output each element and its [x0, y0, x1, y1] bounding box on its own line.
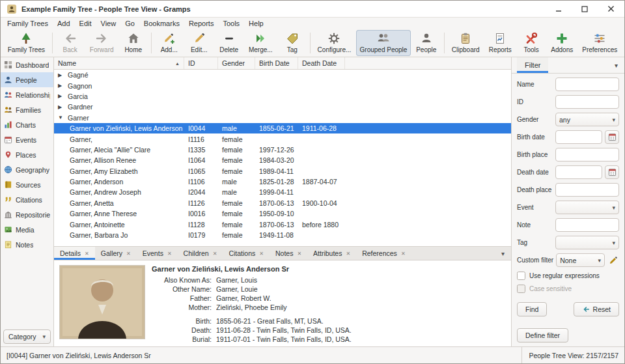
define-filter-button[interactable]: Define filter	[517, 328, 568, 343]
toolbar-forward-button[interactable]: Forward	[86, 30, 118, 56]
category-dropdown[interactable]: Category ▾	[3, 329, 51, 344]
sidebar-item-families[interactable]: Families	[1, 102, 53, 117]
birth-date-filter-input[interactable]	[555, 130, 602, 144]
surname-group-row[interactable]: ▶Gardner	[54, 102, 511, 112]
sidebar-item-people[interactable]: People	[1, 72, 53, 87]
tab-close-icon[interactable]: ✕	[85, 251, 89, 257]
toolbar-configure-button[interactable]: Configure...	[314, 30, 355, 56]
expander-collapsed-icon[interactable]: ▶	[58, 72, 64, 78]
sidebar-item-media[interactable]: Media	[1, 222, 53, 237]
person-row[interactable]: Garner, Anetta I1126 female 1870-06-13 1…	[54, 198, 511, 208]
expander-collapsed-icon[interactable]: ▶	[58, 104, 64, 110]
tab-citations[interactable]: Citations✕	[223, 247, 270, 260]
sidebar-item-charts[interactable]: Charts	[1, 117, 53, 132]
birth-date-calendar-button[interactable]	[605, 130, 619, 144]
surname-group-row[interactable]: ▶Gagné	[54, 70, 511, 80]
sidebar-item-sources[interactable]: Sources	[1, 177, 53, 192]
tab-gallery[interactable]: Gallery✕	[95, 247, 137, 260]
sidebar-item-repositories[interactable]: Repositories	[1, 207, 53, 222]
person-portrait-photo[interactable]	[59, 265, 145, 339]
menu-view[interactable]: View	[96, 19, 121, 28]
tab-attributes[interactable]: Attributes✕	[307, 247, 356, 260]
tab-details[interactable]: Details✕	[54, 247, 95, 260]
sidebar-item-geography[interactable]: Geography	[1, 162, 53, 177]
person-row[interactable]: Garner, Allison Renee I1064 female 1984-…	[54, 155, 511, 165]
menu-go[interactable]: Go	[120, 19, 139, 28]
sidebar-item-places[interactable]: Places	[1, 147, 53, 162]
person-row[interactable]: Garner, Andrew Joseph I2044 male 1999-04…	[54, 187, 511, 197]
toolbar-home-button[interactable]: Home	[119, 30, 148, 56]
tab-close-icon[interactable]: ✕	[213, 251, 217, 257]
toolbar-family-trees-button[interactable]: Family Trees	[4, 30, 49, 56]
menu-family-trees[interactable]: Family Trees	[3, 19, 53, 28]
column-header-gender[interactable]: Gender	[218, 57, 255, 69]
sidebar-item-notes[interactable]: Notes	[1, 237, 53, 252]
case-sensitive-checkbox[interactable]	[517, 285, 525, 293]
tab-children[interactable]: Children✕	[178, 247, 223, 260]
toolbar-tag-button[interactable]: Tag	[278, 30, 307, 56]
tab-close-icon[interactable]: ✕	[259, 251, 264, 257]
menu-edit[interactable]: Edit	[75, 19, 96, 28]
tab-close-icon[interactable]: ✕	[126, 251, 131, 257]
expander-collapsed-icon[interactable]: ▶	[58, 83, 64, 89]
column-header-death-date[interactable]: Death Date	[298, 57, 345, 69]
filter-panel-dropdown[interactable]: ▾	[608, 57, 624, 73]
expander-expanded-icon[interactable]: ▼	[58, 115, 64, 120]
reset-button[interactable]: Reset	[574, 302, 619, 316]
id-filter-input[interactable]	[555, 95, 619, 109]
menu-reports[interactable]: Reports	[184, 19, 219, 28]
sidebar-item-relationships[interactable]: Relationships	[1, 87, 53, 102]
toolbar-preferences-button[interactable]: Preferences	[578, 30, 621, 56]
tab-close-icon[interactable]: ✕	[167, 251, 172, 257]
person-row[interactable]: Garner, Alecia "Allie" Clare I1335 femal…	[54, 145, 511, 155]
tab-events[interactable]: Events✕	[137, 247, 178, 260]
tabs-overflow-button[interactable]: ▾	[495, 247, 511, 260]
event-filter-combo[interactable]: ▾	[555, 201, 619, 214]
person-row[interactable]: Garner von Zieliński, Lewis Anderson Sr …	[54, 123, 511, 133]
death-date-filter-input[interactable]	[555, 165, 602, 179]
tab-references[interactable]: References✕	[356, 247, 411, 260]
find-button[interactable]: Find	[517, 302, 547, 316]
tab-close-icon[interactable]: ✕	[346, 251, 350, 257]
column-header-id[interactable]: ID	[184, 57, 218, 69]
tab-close-icon[interactable]: ✕	[401, 251, 406, 257]
person-row[interactable]: Garner, Amy Elizabeth I1065 female 1989-…	[54, 166, 511, 176]
surname-group-row[interactable]: ▶Gagnon	[54, 80, 511, 91]
person-row[interactable]: Garner, Antoinette I1128 female 1870-06-…	[54, 219, 511, 229]
death-place-filter-input[interactable]	[555, 183, 619, 197]
maximize-button[interactable]	[579, 4, 590, 14]
titlebar[interactable]: Example Family Tree - People Tree View -…	[1, 1, 624, 18]
filter-tab[interactable]: Filter	[517, 57, 548, 73]
close-button[interactable]	[605, 4, 616, 14]
toolbar-tools-button[interactable]: Tools	[517, 30, 546, 56]
minimize-button[interactable]	[553, 4, 564, 14]
column-header-birth-date[interactable]: Birth Date	[255, 57, 298, 69]
surname-group-row[interactable]: ▶Garcia	[54, 91, 511, 102]
death-date-calendar-button[interactable]	[605, 165, 619, 179]
menu-help[interactable]: Help	[244, 19, 268, 28]
tab-notes[interactable]: Notes✕	[270, 247, 307, 260]
sidebar-item-citations[interactable]: Citations	[1, 192, 53, 207]
person-row[interactable]: Garner, Barbara Jo I0179 female 1949-11-…	[54, 230, 511, 240]
sidebar-item-dashboard[interactable]: Dashboard	[1, 57, 53, 72]
sidebar-item-events[interactable]: Events	[1, 132, 53, 147]
menu-tools[interactable]: Tools	[218, 19, 244, 28]
person-row[interactable]: Garner, Anderson I1106 male 1825-01-28 1…	[54, 176, 511, 187]
toolbar-merge-button[interactable]: Merge...	[245, 30, 277, 56]
menu-add[interactable]: Add	[53, 19, 75, 28]
menu-bookmarks[interactable]: Bookmarks	[139, 19, 184, 28]
person-row[interactable]: Garner, I1116 female	[54, 133, 511, 144]
toolbar-reports-button[interactable]: Reports	[485, 30, 516, 56]
column-header-name[interactable]: Name ▲	[54, 57, 184, 69]
toolbar-add-button[interactable]: Add...	[155, 30, 184, 56]
tab-close-icon[interactable]: ✕	[297, 251, 301, 257]
custom-filter-combo[interactable]: None ▾	[556, 253, 605, 267]
toolbar-addons-button[interactable]: Addons	[547, 30, 577, 56]
surname-group-row[interactable]: ▼Garner	[54, 113, 511, 123]
name-filter-input[interactable]	[555, 77, 619, 91]
birth-place-filter-input[interactable]	[555, 148, 619, 161]
regex-checkbox[interactable]	[517, 272, 525, 280]
edit-custom-filter-button[interactable]	[607, 256, 619, 265]
toolbar-grouped-people-button[interactable]: Grouped People	[356, 30, 411, 56]
expander-collapsed-icon[interactable]: ▶	[58, 93, 64, 99]
